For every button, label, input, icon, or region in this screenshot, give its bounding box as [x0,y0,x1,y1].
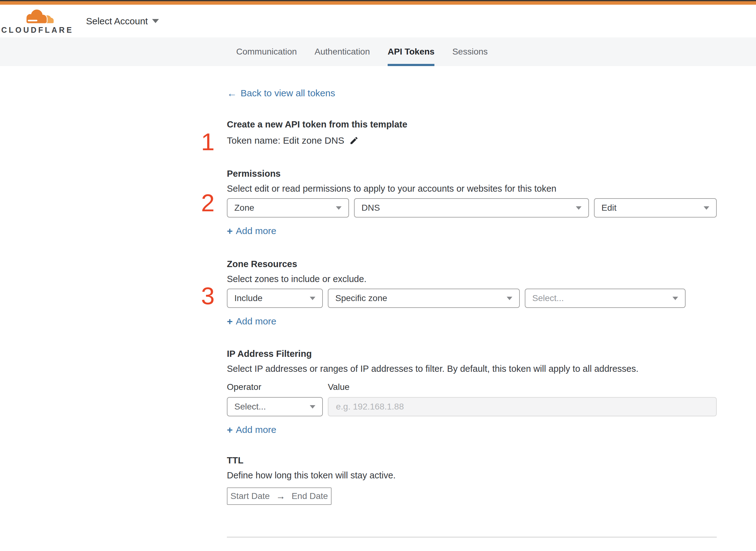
permissions-section: 2 Permissions Select edit or read permis… [227,168,717,236]
date-range-picker[interactable]: Start Date → End Date [227,487,331,505]
step-number-3: 3 [199,284,217,308]
tab-api-tokens[interactable]: API Tokens [388,37,435,66]
plus-icon: + [227,425,233,435]
logo-wordmark: CLOUDFLARE [1,26,74,35]
tab-sessions[interactable]: Sessions [452,37,488,66]
chevron-down-icon [310,405,315,409]
zone-scope-select[interactable]: Specific zone [328,289,520,308]
ttl-section: TTL Define how long this token will stay… [227,455,717,505]
permission-level-select[interactable]: Edit [594,198,717,217]
token-name-section: 1 Create a new API token from this templ… [227,119,717,146]
chevron-down-icon [704,206,709,210]
tab-communication[interactable]: Communication [236,37,297,66]
chevron-down-icon [576,206,582,210]
cloudflare-logo[interactable]: CLOUDFLARE [9,8,65,35]
ip-filtering-title: IP Address Filtering [227,349,717,359]
step-number-1: 1 [199,130,217,154]
include-exclude-select[interactable]: Include [227,289,323,308]
back-arrow-icon: ← [227,88,237,98]
back-link[interactable]: ← Back to view all tokens [227,88,335,98]
account-selector-label: Select Account [86,16,148,26]
token-name-text: Token name: Edit zone DNS [227,135,344,146]
top-accent-bar [0,0,756,5]
plus-icon: + [227,226,233,236]
ttl-description: Define how long this token will stay act… [227,470,717,481]
chevron-down-icon [336,206,341,210]
add-more-permission-button[interactable]: + Add more [227,225,276,236]
operator-label: Operator [227,382,328,392]
app-header: CLOUDFLARE Select Account [0,5,756,37]
ip-filtering-description: Select IP addresses or ranges of IP addr… [227,363,717,374]
step-number-2: 2 [199,191,217,215]
chevron-down-icon [673,297,678,300]
back-link-label: Back to view all tokens [240,88,335,98]
edit-pencil-icon[interactable] [349,136,359,145]
account-selector[interactable]: Select Account [86,16,159,26]
footer-divider [227,537,717,538]
add-more-ip-button[interactable]: + Add more [227,425,276,435]
permission-group-select[interactable]: DNS [354,198,589,217]
page-title: Create a new API token from this templat… [227,119,717,130]
add-more-zone-button[interactable]: + Add more [227,316,276,327]
operator-select[interactable]: Select... [227,397,323,416]
permissions-title: Permissions [227,168,717,179]
plus-icon: + [227,316,233,326]
arrow-right-icon: → [276,491,285,501]
chevron-down-icon [310,297,315,300]
tab-bar: Communication Authentication API Tokens … [0,37,756,66]
permissions-description: Select edit or read permissions to apply… [227,183,717,194]
ttl-title: TTL [227,455,717,466]
ip-filtering-section: IP Address Filtering Select IP addresses… [227,349,717,435]
chevron-down-icon [507,297,512,300]
end-date-label: End Date [292,491,328,501]
start-date-label: Start Date [231,491,270,501]
permission-scope-select[interactable]: Zone [227,198,349,217]
zone-resources-description: Select zones to include or exclude. [227,273,717,284]
tab-authentication[interactable]: Authentication [315,37,370,66]
ip-value-input[interactable] [328,397,717,416]
main-content: ← Back to view all tokens 1 Create a new… [227,66,717,551]
chevron-down-icon [152,19,159,23]
cloudflare-cloud-icon [19,8,56,25]
zone-resources-section: 3 Zone Resources Select zones to include… [227,259,717,327]
zone-value-select[interactable]: Select... [525,289,686,308]
value-label: Value [328,382,349,392]
zone-resources-title: Zone Resources [227,259,717,269]
